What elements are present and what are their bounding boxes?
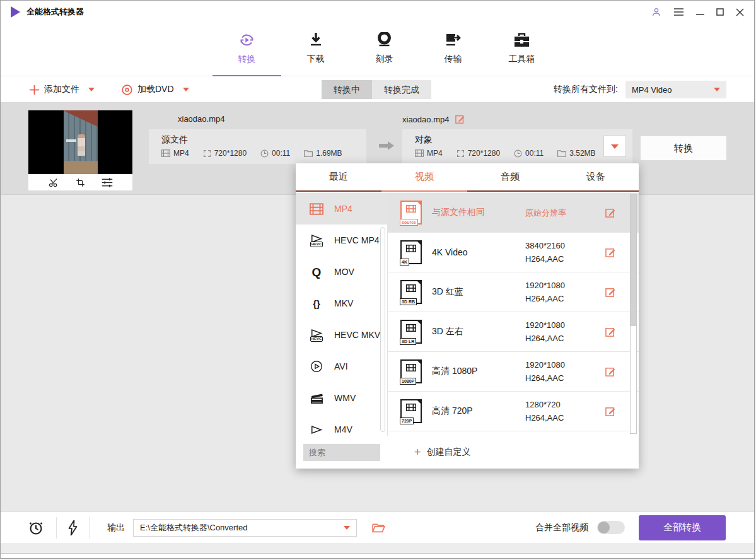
edit-preset-icon[interactable] (605, 287, 616, 298)
title-bar: 全能格式转换器 (1, 1, 754, 23)
divider (89, 517, 90, 539)
play-circle-icon (307, 360, 326, 373)
target-format-dropdown-button[interactable] (603, 136, 626, 157)
rename-edit-icon[interactable] (455, 114, 465, 124)
film-icon (307, 203, 326, 215)
add-files-button[interactable]: 添加文件 (30, 76, 95, 103)
preset-list: source 与源文件相同 原始分辨率 4K 4K Video 384 (388, 193, 639, 436)
convert-all-button[interactable]: 全部转换 (639, 515, 726, 540)
convert-button[interactable]: 转换 (640, 136, 727, 161)
search-input[interactable] (303, 444, 380, 461)
format-item-mp4[interactable]: MP4 (296, 193, 387, 225)
nav-tab-transfer[interactable]: 传输 (419, 27, 487, 65)
source-format: MP4 (173, 149, 189, 158)
source-size: 1.69MB (316, 149, 342, 158)
load-dvd-button[interactable]: 加载DVD (122, 76, 189, 103)
toggle-knob (598, 522, 610, 534)
maximize-icon[interactable] (716, 8, 724, 16)
nav-tab-label: 传输 (445, 54, 462, 65)
duration-clock-icon (260, 149, 269, 158)
high-speed-icon[interactable] (68, 520, 78, 535)
toolbox-icon (513, 31, 530, 49)
popup-tab-audio[interactable]: 音频 (467, 163, 553, 190)
preset-row-hd-720p[interactable]: 720P 高清 720P 1280*720H264,AAC (388, 392, 639, 431)
preset-specs: 3840*2160H264,AAC (525, 239, 565, 265)
convert-all-to-select[interactable]: MP4 Video (625, 81, 726, 98)
format-item-avi[interactable]: AVI (296, 351, 387, 382)
app-logo-icon (11, 6, 20, 18)
nav-tab-toolbox[interactable]: 工具箱 (487, 27, 556, 65)
scrollbar-thumb[interactable] (631, 195, 636, 326)
nav-tab-label: 刻录 (376, 54, 393, 65)
edit-preset-icon[interactable] (605, 366, 616, 377)
popup-tab-device[interactable]: 设备 (553, 163, 639, 190)
format-item-wmv[interactable]: WMV (296, 382, 387, 414)
format-list-scrollbar[interactable] (380, 227, 385, 432)
tab-converted[interactable]: 转换完成 (372, 80, 431, 99)
nav-tab-label: 工具箱 (509, 54, 535, 65)
chevron-down-icon (183, 88, 189, 91)
close-icon[interactable] (736, 8, 744, 16)
nav-tab-convert[interactable]: 转换 (212, 27, 281, 65)
film-icon (161, 149, 170, 157)
4k-preset-badge-icon: 4K (400, 240, 422, 264)
preset-name: 4K Video (432, 247, 525, 257)
tab-converting[interactable]: 转换中 (322, 80, 372, 99)
create-custom-button[interactable]: + 创建自定义 (414, 446, 471, 458)
edit-preset-icon[interactable] (605, 327, 616, 337)
target-duration: 00:11 (525, 149, 544, 158)
format-label: MKV (334, 298, 353, 308)
thumbnail-watermark (66, 139, 76, 142)
output-label: 输出 (107, 522, 125, 534)
chevron-down-icon (344, 526, 350, 530)
format-item-hevc-mp4[interactable]: HEVC HEVC MP4 (296, 225, 387, 256)
preset-list-scrollbar[interactable] (630, 194, 637, 434)
download-icon (308, 31, 323, 49)
minimize-icon[interactable] (696, 8, 704, 16)
popup-tab-recent[interactable]: 最近 (296, 163, 381, 190)
effects-sliders-icon[interactable] (102, 178, 113, 187)
preset-name: 高清 1080P (432, 366, 525, 377)
format-item-m4v[interactable]: M4V (296, 414, 387, 436)
menu-icon[interactable] (673, 8, 684, 16)
crop-icon[interactable] (76, 178, 85, 187)
source-preset-badge-icon: source (400, 201, 422, 225)
user-account-icon[interactable] (651, 7, 661, 17)
format-item-mkv[interactable]: {} MKV (296, 288, 387, 319)
format-item-mov[interactable]: Q MOV (296, 256, 387, 288)
target-filename: xiaodao.mp4 (402, 115, 449, 124)
preset-resolution: 原始分辨率 (525, 206, 566, 219)
convert-all-to-value: MP4 Video (632, 85, 672, 95)
active-popup-tab-underline (381, 190, 467, 192)
thumbnail-person (78, 134, 85, 156)
popup-tab-video[interactable]: 视频 (381, 163, 467, 190)
merge-videos-toggle[interactable] (597, 521, 625, 534)
preset-row-3d-redblue[interactable]: 3D RB 3D 红蓝 1920*1080H264,AAC (388, 272, 639, 312)
trim-scissors-icon[interactable] (49, 178, 59, 187)
format-item-hevc-mkv[interactable]: HEVC HEVC MKV (296, 319, 387, 351)
nav-tab-burn[interactable]: 刻录 (350, 27, 419, 65)
preset-row-hd-1080p[interactable]: 1080P 高清 1080P 1920*1080H264,AAC (388, 352, 639, 392)
preset-row-3d-leftright[interactable]: 3D LR 3D 左右 1920*1080H264,AAC (388, 312, 639, 352)
convert-status-tabs: 转换中 转换完成 (322, 80, 431, 99)
edit-preset-icon[interactable] (605, 247, 616, 258)
convert-arrow-icon (378, 141, 395, 151)
open-folder-icon[interactable] (372, 522, 385, 533)
edit-preset-icon[interactable] (605, 406, 616, 417)
window-bottom-edge (1, 543, 754, 554)
preset-row-4k[interactable]: 4K 4K Video 3840*2160H264,AAC (388, 233, 639, 272)
format-label: WMV (334, 393, 356, 403)
output-path-select[interactable]: E:\全能格式转换器\Converted (133, 519, 357, 537)
main-nav: 转换 下载 刻录 传输 (1, 23, 754, 76)
nav-tab-download[interactable]: 下载 (281, 27, 350, 65)
3d-lr-preset-badge-icon: 3D LR (400, 320, 422, 344)
schedule-alarm-icon[interactable] (28, 520, 44, 535)
target-panel-title: 对象 (415, 134, 632, 146)
target-resolution: 720*1280 (468, 149, 500, 158)
folder-icon (557, 149, 566, 157)
convert-all-to-label: 转换所有文件到: (554, 84, 618, 95)
clapperboard-icon (307, 392, 326, 404)
preset-name: 3D 红蓝 (432, 286, 525, 298)
edit-preset-icon[interactable] (605, 207, 616, 218)
preset-row-source[interactable]: source 与源文件相同 原始分辨率 (388, 193, 639, 233)
